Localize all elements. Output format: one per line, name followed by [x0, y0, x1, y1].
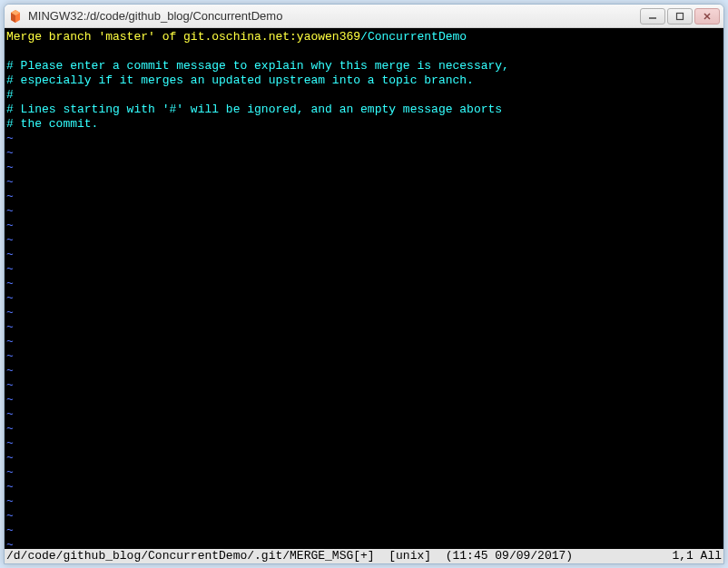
- svg-rect-1: [677, 13, 684, 19]
- tilde-line: ~: [6, 291, 722, 306]
- maximize-icon: [675, 12, 684, 21]
- tilde-line: ~: [6, 146, 722, 161]
- status-position: 1,1 All: [672, 549, 722, 563]
- vim-statusbar: /d/code/github_blog/ConcurrentDemo/.git/…: [5, 549, 723, 563]
- tilde-line: ~: [6, 451, 722, 465]
- tilde-line: ~: [6, 277, 722, 291]
- window-controls: [640, 8, 720, 24]
- tilde-line: ~: [6, 524, 722, 538]
- tilde-line: ~: [6, 190, 722, 204]
- tilde-line: ~: [6, 320, 722, 335]
- tilde-line: ~: [6, 378, 722, 393]
- tilde-line: ~: [6, 335, 722, 349]
- merge-branch-path: /ConcurrentDemo: [360, 30, 467, 44]
- tilde-line: ~: [6, 495, 722, 509]
- tilde-line: ~: [6, 306, 722, 320]
- tilde-line: ~: [6, 248, 722, 262]
- tilde-line: ~: [6, 364, 722, 378]
- tilde-line: ~: [6, 436, 722, 451]
- close-button[interactable]: [694, 8, 720, 24]
- tilde-line: ~: [6, 132, 722, 146]
- tilde-line: ~: [6, 509, 722, 524]
- terminal-body[interactable]: Merge branch 'master' of git.oschina.net…: [5, 28, 723, 563]
- tilde-line: ~: [6, 161, 722, 175]
- tilde-line: ~: [6, 393, 722, 407]
- tilde-line: ~: [6, 480, 722, 495]
- status-spacer: [573, 549, 672, 563]
- minimize-icon: [648, 12, 657, 21]
- terminal-window: MINGW32:/d/code/github_blog/ConcurrentDe…: [4, 4, 724, 564]
- titlebar[interactable]: MINGW32:/d/code/github_blog/ConcurrentDe…: [5, 5, 723, 28]
- tilde-line: ~: [6, 422, 722, 436]
- comment-line: # especially if it merges an updated ups…: [6, 73, 722, 88]
- blank-line: [6, 44, 722, 59]
- comment-line: # Please enter a commit message to expla…: [6, 59, 722, 73]
- tilde-line: ~: [6, 262, 722, 277]
- tilde-line: ~: [6, 204, 722, 219]
- tilde-line: ~: [6, 175, 722, 190]
- empty-lines: ~~~~~~~~~~~~~~~~~~~~~~~~~~~~~~~~~: [6, 132, 722, 549]
- tilde-line: ~: [6, 407, 722, 422]
- tilde-line: ~: [6, 349, 722, 364]
- tilde-line: ~: [6, 219, 722, 233]
- comment-line: # Lines starting with '#' will be ignore…: [6, 103, 722, 117]
- minimize-button[interactable]: [640, 8, 665, 24]
- merge-message-line: Merge branch 'master' of git.oschina.net…: [6, 30, 722, 44]
- comment-line: # the commit.: [6, 117, 722, 132]
- editor-content[interactable]: Merge branch 'master' of git.oschina.net…: [5, 28, 723, 549]
- tilde-line: ~: [6, 233, 722, 248]
- comment-line: #: [6, 88, 722, 103]
- status-file: /d/code/github_blog/ConcurrentDemo/.git/…: [6, 549, 573, 563]
- close-icon: [703, 12, 712, 21]
- app-icon: [8, 9, 23, 24]
- tilde-line: ~: [6, 465, 722, 480]
- merge-branch-text: Merge branch 'master' of git.oschina.net…: [6, 30, 360, 44]
- window-title: MINGW32:/d/code/github_blog/ConcurrentDe…: [28, 9, 640, 23]
- maximize-button[interactable]: [667, 8, 693, 24]
- tilde-line: ~: [6, 538, 722, 549]
